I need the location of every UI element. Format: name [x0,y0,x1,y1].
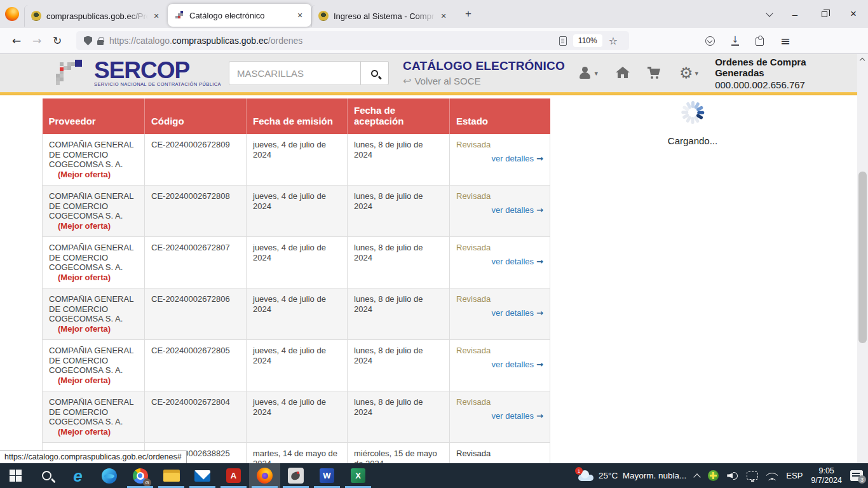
weather-widget[interactable]: 1 25°C Mayorm. nubla... [574,470,686,481]
reload-button[interactable]: ↻ [47,31,67,50]
ver-detalles-link[interactable]: ver detalles [492,308,534,318]
settings-menu-button[interactable]: ⚙ ▾ [679,67,698,79]
wifi-icon[interactable] [766,471,778,480]
language-indicator[interactable]: ESP [786,471,803,480]
ver-detalles-link[interactable]: ver detalles [492,257,534,266]
back-button[interactable]: ← [6,31,27,50]
table-row: COMPAÑIA GENERAL DE COMERCIO COGECOMSA S… [43,134,550,186]
sercop-logo-icon[interactable] [56,60,89,86]
restore-button[interactable] [810,0,839,28]
column-header: Proveedor [43,98,145,134]
estado-cell: Revisada ver detalles→ [450,443,550,464]
forward-button[interactable]: → [27,31,47,50]
sercop-logo[interactable]: SERCOP SERVICIO NACIONAL DE CONTRATACIÓN… [94,60,208,87]
status-badge: Revisada [456,140,543,150]
table-row: COMPAÑIA GENERAL DE COMERCIO COGECOMSA S… [43,340,550,391]
excel-icon: X [351,468,365,483]
bookmark-star-icon[interactable]: ☆ [609,35,618,47]
ver-detalles-link[interactable]: ver detalles [492,205,534,215]
proveedor-cell: COMPAÑIA GENERAL DE COMERCIO COGECOMSA S… [43,186,145,237]
pocket-icon[interactable] [705,36,715,46]
notification-center-icon[interactable]: 3 [850,470,863,481]
lock-icon[interactable] [97,40,104,45]
cloud-icon: 1 [577,470,593,481]
menu-icon[interactable]: ≡ [780,34,790,48]
orders-summary: Ordenes de Compra Generadas 000.000.002.… [715,57,857,90]
taskbar-search-button[interactable] [31,463,62,488]
ver-detalles-link[interactable]: ver detalles [492,154,534,163]
edge-icon [102,468,117,484]
address-bar[interactable]: https://catalogo.compraspublicas.gob.ec/… [76,31,629,50]
cast-icon[interactable] [747,471,758,480]
minimize-button[interactable]: – [780,0,810,28]
restore-icon [822,11,827,17]
ver-detalles-link[interactable]: ver detalles [492,360,534,369]
url-text[interactable]: https://catalogo.compraspublicas.gob.ec/… [109,36,553,46]
taskbar-mail[interactable] [187,463,218,488]
page-scrollbar[interactable] [857,54,868,463]
volver-al-soce-link[interactable]: ↩ Volver al SOCE [403,75,567,87]
taskbar-file-explorer[interactable] [156,463,187,488]
new-tab-button[interactable]: + [459,4,478,24]
taskbar-firefox[interactable] [249,463,280,488]
antivirus-tray-icon[interactable] [708,470,719,481]
arrow-right-icon: → [536,154,543,163]
taskbar-chrome[interactable]: G [125,463,156,488]
tray-chevron-up-icon[interactable] [694,473,701,480]
reader-view-icon[interactable] [559,36,567,46]
clock[interactable]: 9:05 9/7/2024 [811,466,842,485]
search-button[interactable] [361,61,389,85]
start-button[interactable] [0,463,31,488]
orders-label: Ordenes de Compra Generadas [715,57,857,78]
status-badge: Revisada [456,346,543,356]
taskbar-ie[interactable]: e [62,463,93,488]
search-input[interactable] [229,61,361,85]
fecha-emision-cell: martes, 14 de mayo de 2024 [247,443,348,464]
ver-detalles-link[interactable]: ver detalles [492,411,534,421]
codigo-cell: CE-20240002672804 [145,391,247,443]
table-row: COMPAÑIA GENERAL DE COMERCIO COGECOMSA S… [43,237,550,288]
spinner-icon [680,100,705,125]
caret-down-icon: ▾ [595,69,599,78]
tab-close-icon[interactable]: × [150,10,163,22]
fecha-aceptacion-cell: lunes, 8 de julio de 2024 [348,186,450,237]
column-header: Fecha de aceptación [348,98,450,134]
tab-close-icon[interactable]: × [437,10,450,22]
fecha-aceptacion-cell: lunes, 8 de julio de 2024 [348,134,450,186]
ecuador-crest-icon [31,11,41,21]
list-all-tabs-button[interactable] [759,13,780,16]
tracking-shield-icon[interactable] [84,36,92,46]
time: 9:05 [811,466,842,476]
downloads-icon[interactable]: ↓ [731,36,739,46]
close-button[interactable]: × [839,0,868,28]
home-button[interactable] [616,67,630,79]
table-row: COMPAÑIA GENERAL DE COMERCIO COGECOMSA S… [43,391,550,443]
taskbar-app[interactable] [280,463,311,488]
word-icon: W [320,468,334,483]
table-header-row: ProveedorCódigoFecha de emisiónFecha de … [43,98,550,134]
estado-cell: Revisada ver detalles→ [450,288,550,340]
loading-text: Cargando... [651,135,734,146]
tab-title: compraspublicas.gob.ec/Proce [46,11,150,21]
taskbar-acrobat[interactable]: A [218,463,249,488]
firefox-app-button[interactable] [0,0,24,28]
scrollbar-thumb[interactable] [858,172,867,343]
taskbar-edge[interactable] [93,463,125,488]
tab-ingreso-al-sistema[interactable]: Ingreso al Sistema - Compras Pú × [311,5,455,27]
taskbar-excel[interactable]: X [342,463,374,488]
status-badge: Revisada [456,191,543,201]
volume-icon[interactable] [727,471,738,480]
tab-catalogo-electronico[interactable]: Catálogo electrónico × [168,4,311,27]
arrow-right-icon: → [536,205,543,215]
zoom-level-indicator[interactable]: 110% [573,34,602,47]
extensions-icon[interactable] [756,37,764,46]
user-menu-button[interactable]: ▾ [579,67,599,79]
user-icon [579,67,593,79]
scroll-up-icon[interactable] [860,58,865,63]
tab-close-icon[interactable]: × [294,9,306,22]
tab-compraspublicas[interactable]: compraspublicas.gob.ec/Proce × [24,5,168,27]
screen: compraspublicas.gob.ec/Proce × Catálogo … [0,0,868,488]
cart-button[interactable] [648,67,661,79]
tab-title: Catálogo electrónico [189,11,294,20]
taskbar-word[interactable]: W [311,463,342,488]
